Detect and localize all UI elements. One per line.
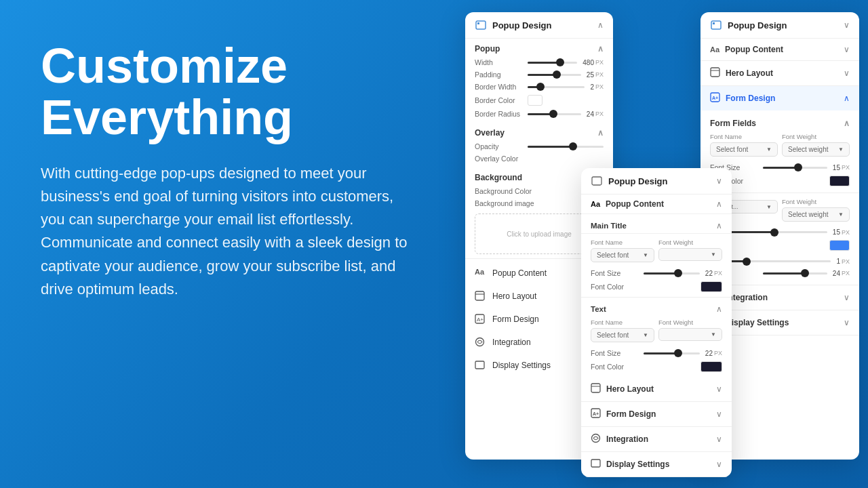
panel3-integration-chevron[interactable]: ∨: [716, 434, 722, 444]
panel3-text-label: Text: [591, 305, 606, 313]
popup-content-panel: Popup Design ∨ Aa Popup Content ∧ Main T…: [581, 168, 732, 477]
svg-text:A+: A+: [712, 96, 718, 100]
p2-hero-layout-icon: [710, 67, 720, 79]
border-color-row: Border Color: [465, 93, 613, 108]
panel3-font-size-slider[interactable]: [644, 272, 700, 274]
p2-font-name-select[interactable]: Select font ▼: [710, 142, 778, 157]
p2-font-size-slider[interactable]: [763, 167, 827, 169]
opacity-row: Opacity: [465, 140, 613, 152]
panel3-aa-icon: Aa: [591, 200, 600, 208]
panel3-popup-content-chevron[interactable]: ∧: [716, 199, 722, 209]
panel1-title: Popup Design: [492, 20, 551, 30]
padding-slider[interactable]: [528, 74, 581, 76]
panel3-hero-layout: Hero Layout ∨: [581, 377, 732, 402]
panel2-chevron[interactable]: ∨: [844, 20, 850, 30]
panel3-display-settings-icon: [591, 458, 601, 470]
panel3-font-size-row: Font Size 22 PX: [581, 267, 732, 279]
popup-design-icon: [475, 19, 487, 31]
integration-icon: [475, 337, 486, 348]
panel3-font-color-swatch[interactable]: [701, 281, 722, 292]
panel3-text-font-weight-select[interactable]: ▼: [658, 328, 722, 341]
panel3-title-area: Popup Design: [591, 175, 667, 187]
panel3-font-weight-select[interactable]: ▼: [658, 248, 722, 261]
panel3-title: Popup Design: [608, 176, 667, 186]
panel3-hero-layout-icon: [591, 383, 601, 395]
width-slider[interactable]: [528, 62, 577, 64]
panel3-font-name-col: Font Name Select font ▼: [591, 239, 654, 262]
p2-form-fields-label: Form Fields ∧: [701, 113, 859, 131]
panel3-display-settings-header[interactable]: Display Settings ∨: [581, 452, 732, 476]
hero-title: Customize Everything: [41, 41, 420, 143]
panel3-main-title-label: Main Title: [591, 222, 627, 230]
svg-point-6: [476, 338, 484, 346]
panel3-text-font-name-select[interactable]: Select font ▼: [591, 328, 654, 342]
panel3-form-design-chevron[interactable]: ∨: [716, 409, 722, 419]
p2-section2-weight-select[interactable]: Select weight ▼: [782, 207, 850, 222]
svg-rect-22: [591, 460, 600, 467]
panel3-integration-icon: [591, 433, 601, 445]
p2-display-settings-chevron[interactable]: ∨: [844, 318, 850, 327]
panel2-icon: [710, 19, 722, 31]
panel3-font-name-select[interactable]: Select font ▼: [591, 248, 654, 262]
p2-hero-layout-chevron[interactable]: ∨: [844, 68, 850, 78]
border-width-row: Border Width 2 PX: [465, 81, 613, 93]
p2-hero-layout-header[interactable]: Hero Layout ∨: [701, 61, 859, 85]
svg-rect-1: [477, 22, 479, 24]
panel3-display-settings-chevron[interactable]: ∨: [716, 460, 722, 469]
form-design-icon: A+: [475, 314, 486, 325]
panel3-text-font-size-slider[interactable]: [644, 352, 700, 354]
p2-popup-content-chevron[interactable]: ∨: [844, 45, 850, 54]
svg-rect-2: [475, 291, 484, 300]
panel3-text-font-row: Font Name Select font ▼ Font Weight ▼: [581, 317, 732, 344]
panel3-chevron[interactable]: ∨: [716, 176, 722, 186]
panel3-integration-header[interactable]: Integration ∨: [581, 427, 732, 451]
popup-section-label: Popup ∧: [465, 39, 613, 56]
panel1-title-area: Popup Design: [475, 19, 551, 31]
panel1-chevron[interactable]: ∧: [597, 20, 604, 30]
panel3-font-weight-col: Font Weight ▼: [658, 239, 722, 262]
p2-font-weight-select[interactable]: Select weight ▼: [782, 142, 850, 157]
p2-section2-color-swatch[interactable]: [829, 240, 850, 251]
overlay-section-label: Overlay ∧: [465, 123, 613, 140]
p2-section2-weight-col: Font Weight Select weight ▼: [782, 198, 850, 222]
panel3-text-chevron[interactable]: ∧: [716, 304, 722, 314]
border-color-swatch[interactable]: [528, 95, 542, 106]
panel2-title-area: Popup Design: [710, 19, 787, 31]
panel2-header: Popup Design ∨: [701, 12, 859, 39]
p2-font-name-weight-row: Font Name Select font ▼ Font Weight Sele…: [701, 131, 859, 159]
p2-font-weight-col: Font Weight Select weight ▼: [782, 133, 850, 157]
p2-integration-chevron[interactable]: ∨: [844, 293, 850, 302]
panel3-form-design-header[interactable]: A+ Form Design ∨: [581, 402, 732, 426]
p2-extra-slider2[interactable]: [763, 272, 827, 274]
p2-form-design-chevron[interactable]: ∧: [844, 94, 850, 103]
p2-font-color-swatch[interactable]: [829, 176, 850, 186]
p2-form-design-icon: A+: [710, 92, 720, 104]
overlay-chevron[interactable]: ∧: [597, 128, 604, 138]
hero-layout-icon: [475, 291, 486, 302]
p2-popup-content-icon: Aa: [710, 45, 719, 54]
p2-popup-content-header[interactable]: Aa Popup Content ∨: [701, 39, 859, 60]
panel3-hero-layout-header[interactable]: Hero Layout ∨: [581, 377, 732, 401]
border-radius-row: Border Radius 24 PX: [465, 108, 613, 120]
svg-text:A+: A+: [593, 411, 599, 416]
panel1-header: Popup Design ∧: [465, 12, 613, 39]
svg-text:A+: A+: [477, 317, 484, 323]
opacity-slider[interactable]: [528, 146, 604, 148]
border-radius-slider[interactable]: [528, 113, 581, 115]
panel3-form-design-icon: A+: [591, 408, 601, 420]
border-width-slider[interactable]: [528, 86, 585, 88]
svg-rect-9: [713, 22, 715, 24]
svg-point-21: [592, 434, 600, 443]
panel3-popup-content-header[interactable]: Aa Popup Content ∧: [581, 195, 732, 214]
panel3-main-title-chevron[interactable]: ∧: [716, 221, 722, 230]
p2-popup-content: Aa Popup Content ∨: [701, 39, 859, 61]
panel3-display-settings: Display Settings ∨: [581, 452, 732, 477]
p2-form-design-header[interactable]: A+ Form Design ∧: [701, 86, 859, 110]
p2-hero-layout: Hero Layout ∨: [701, 61, 859, 86]
popup-chevron[interactable]: ∧: [597, 44, 604, 54]
panel3-hero-layout-chevron[interactable]: ∨: [716, 384, 722, 394]
svg-rect-17: [591, 384, 600, 392]
overlay-color-row: Overlay Color: [465, 152, 613, 165]
panel3-text-font-color-swatch[interactable]: [701, 361, 722, 372]
hero-subtitle: With cutting-edge pop-ups designed to me…: [41, 162, 420, 301]
